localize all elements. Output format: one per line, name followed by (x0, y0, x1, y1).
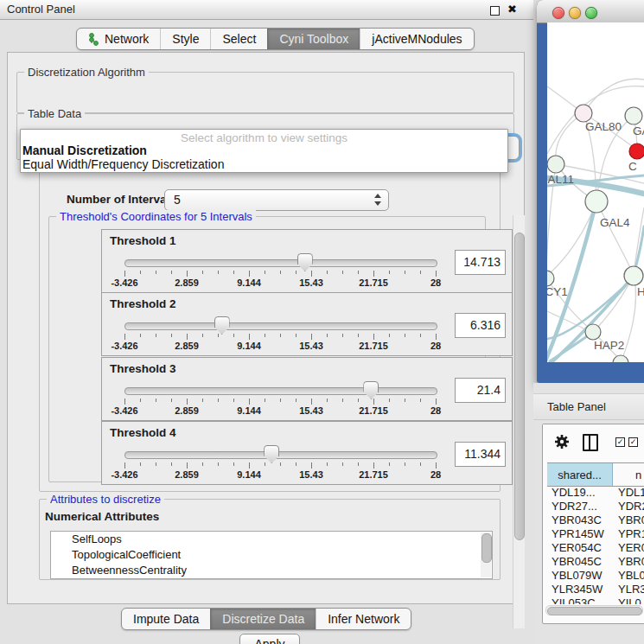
axis-tick-label: 9.144 (237, 405, 261, 416)
split-column-icon[interactable] (583, 434, 598, 451)
close-traffic-light-icon[interactable] (552, 7, 564, 19)
slider-track[interactable] (124, 259, 437, 267)
table-row[interactable]: YBR043CYBR0 (547, 513, 644, 527)
tick-mark (389, 271, 390, 274)
network-node-gal80[interactable] (575, 105, 592, 122)
minimize-traffic-light-icon[interactable] (569, 7, 581, 19)
table-row[interactable]: YIL053CYIL0 (547, 596, 644, 604)
axis-tick-label: 2.859 (175, 341, 199, 351)
slider-track[interactable] (124, 387, 437, 395)
threshold-value-field[interactable]: 6.316 (455, 313, 506, 338)
table-row[interactable]: YBL079WYBL0 (547, 569, 644, 583)
network-node-gal4[interactable] (585, 190, 608, 213)
tick-mark (420, 399, 421, 402)
network-node-c[interactable] (629, 143, 644, 159)
network-canvas[interactable]: GAL80GACGAL11GAL4GCY1HHAP2 (547, 22, 644, 362)
slider-track[interactable] (124, 451, 437, 459)
tick-mark (342, 271, 343, 274)
checkbox-checked-icon[interactable]: ✓ (615, 437, 625, 447)
popup-option[interactable]: Manual Discretization (22, 143, 506, 157)
tick-mark (311, 462, 312, 469)
table-row[interactable]: YLR345WYLR3 (547, 583, 644, 596)
slider-thumb[interactable] (363, 381, 379, 399)
tab-network[interactable]: Network (77, 29, 160, 49)
table-row[interactable]: YPR145WYPR1 (547, 527, 644, 541)
threshold-value-field[interactable]: 14.713 (455, 250, 506, 275)
cell-shared-name: YLR345W (547, 583, 612, 596)
gear-icon[interactable] (554, 434, 570, 450)
tick-mark (218, 462, 219, 466)
tick-mark (202, 271, 203, 274)
scrollbar-thumb[interactable] (481, 533, 492, 563)
tick-mark (389, 399, 390, 402)
tab-infer-network[interactable]: Infer Network (316, 609, 411, 629)
tab-label: Select (222, 32, 256, 46)
float-window-icon[interactable] (490, 6, 500, 16)
slider-track[interactable] (124, 322, 437, 330)
scrollbar-thumb[interactable] (547, 607, 642, 615)
tab-cyni-toolbox[interactable]: Cyni Toolbox (267, 29, 360, 49)
numerical-attributes-list[interactable]: SelfLoopsTopologicalCoefficientBetweenne… (50, 531, 493, 579)
tab-select[interactable]: Select (210, 29, 267, 49)
slider-ticks (124, 334, 436, 341)
slider-thumb[interactable] (264, 445, 279, 463)
axis-tick-label: 28 (430, 405, 441, 416)
threshold-label: Threshold 3 (110, 362, 176, 375)
checkbox-checked-icon[interactable]: ✓ (628, 437, 638, 447)
tick-mark (140, 399, 141, 402)
axis-tick-label: 21.715 (359, 341, 388, 351)
tab-discretize-data[interactable]: Discretize Data (210, 609, 316, 629)
tick-mark (358, 334, 359, 337)
attribute-list-item[interactable]: TopologicalCoefficient (51, 547, 492, 563)
attribute-list-item[interactable]: BetweennessCentrality (51, 563, 492, 578)
slider-thumb[interactable] (297, 253, 313, 271)
popup-option[interactable]: Equal Width/Frequency Discretization (22, 157, 506, 171)
tick-mark (420, 334, 421, 337)
table-row[interactable]: YDR27...YDR2 (547, 500, 644, 513)
numerical-attributes-header: Numerical Attributes (45, 510, 159, 523)
tick-mark (342, 462, 343, 466)
attribute-list-item[interactable]: SelfLoops (51, 532, 492, 547)
tick-mark (280, 334, 281, 337)
slider-thumb[interactable] (214, 316, 230, 335)
threshold-value-field[interactable]: 11.344 (455, 442, 506, 467)
table-row[interactable]: YBR045CYBR0 (547, 555, 644, 569)
network-view-window: GAL80GACGAL11GAL4GCY1HHAP2 (537, 0, 644, 383)
close-icon[interactable]: ✖ (507, 3, 518, 13)
network-node-gcy1[interactable] (547, 271, 554, 286)
table-horizontal-scrollbar[interactable] (545, 605, 643, 615)
tick-mark (373, 334, 374, 340)
tab-jactivemnodules[interactable]: jActiveMNodules (360, 29, 473, 49)
network-node-hap2[interactable] (585, 324, 601, 340)
window-title: Control Panel (7, 3, 75, 16)
table-row[interactable]: YDL19...YDL1 (547, 486, 644, 500)
tick-mark (296, 334, 296, 337)
network-node-h[interactable] (624, 266, 643, 285)
scrollbar-thumb[interactable] (514, 233, 525, 540)
tick-mark (436, 271, 437, 277)
apply-button[interactable]: Apply (239, 634, 300, 644)
tick-mark (405, 399, 405, 402)
number-of-intervals-combobox[interactable]: 5 (164, 189, 389, 211)
table-row[interactable]: YER054CYER0 (547, 541, 644, 555)
threshold-value-field[interactable]: 21.4 (455, 378, 506, 403)
network-node-gal11[interactable] (547, 156, 564, 173)
tick-mark (280, 399, 281, 402)
column-header-name[interactable]: n (613, 463, 644, 486)
attributes-scrollbar[interactable] (481, 532, 491, 577)
zoom-traffic-light-icon[interactable] (585, 7, 597, 19)
node-label: GAL11 (547, 173, 574, 186)
tab-style[interactable]: Style (160, 29, 210, 49)
panel-scrollbar[interactable] (513, 215, 525, 628)
tick-mark (358, 271, 359, 274)
network-graph: GAL80GACGAL11GAL4GCY1HHAP2 (547, 22, 644, 362)
tick-mark (140, 271, 141, 274)
tab-label: Cyni Toolbox (279, 32, 348, 46)
tick-mark (436, 462, 437, 469)
network-node-ga[interactable] (625, 107, 642, 124)
tab-impute-data[interactable]: Impute Data (122, 609, 210, 629)
tick-mark (124, 399, 125, 405)
column-header-shared-name[interactable]: shared... (547, 463, 613, 486)
network-node[interactable] (613, 355, 628, 362)
popup-placeholder: Select algorithm to view settings (21, 131, 507, 144)
